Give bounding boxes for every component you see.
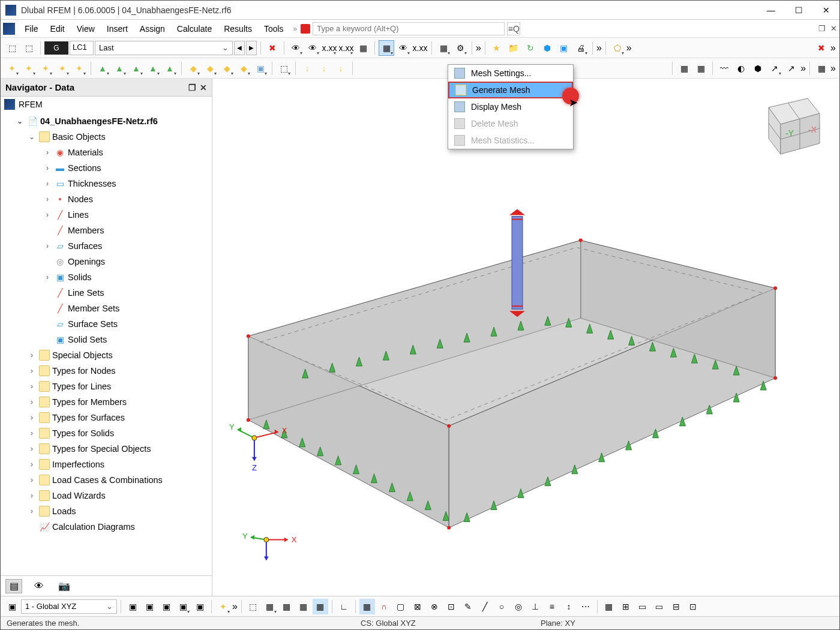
tb-open-icon[interactable]: ⬚ xyxy=(21,40,37,56)
bb-wiz-icon[interactable]: ✦ xyxy=(215,599,231,614)
tb2-overflow-icon[interactable]: » xyxy=(800,63,806,74)
flag-icon[interactable] xyxy=(301,24,310,34)
tree-member-sets[interactable]: ╱Member Sets xyxy=(1,301,212,316)
tb2-sel-icon[interactable]: ⬚ xyxy=(276,61,292,76)
tree-sections[interactable]: ›▬Sections xyxy=(1,160,212,176)
tb-overflow1-icon[interactable]: » xyxy=(476,43,481,53)
menu-mesh-settings[interactable]: Mesh Settings... xyxy=(448,65,573,82)
bb-snap9-icon[interactable]: ○ xyxy=(494,599,509,614)
bb-cs-icon[interactable]: ▣ xyxy=(4,599,20,614)
bb-view4-icon[interactable]: ▣ xyxy=(175,599,191,614)
tree-special-objects[interactable]: ›Special Objects xyxy=(1,347,212,363)
tb-view2-icon[interactable]: 👁 xyxy=(305,40,320,56)
tb2-member-icon[interactable]: ✦ xyxy=(38,61,53,76)
tree-imperfections[interactable]: ›Imperfections xyxy=(1,457,212,472)
tb2-support2-icon[interactable]: ▲ xyxy=(112,61,127,76)
tb-mesh-button[interactable]: ▦ xyxy=(379,40,394,56)
tb-overflow4-icon[interactable]: » xyxy=(830,43,836,53)
tb2-hinge4-icon[interactable]: ◆ xyxy=(236,61,251,76)
app-menu-icon[interactable] xyxy=(3,23,15,35)
menu-overflow-icon[interactable]: » xyxy=(293,25,298,33)
tree-calc-diagrams[interactable]: 📈Calculation Diagrams xyxy=(1,519,212,535)
menu-tools[interactable]: Tools xyxy=(258,22,290,36)
tb-overflow3-icon[interactable]: » xyxy=(626,43,632,53)
tree-nodes[interactable]: ›•Nodes xyxy=(1,191,212,207)
menu-file[interactable]: File xyxy=(19,22,44,36)
lc-prev-button[interactable]: ◀ xyxy=(234,41,245,55)
tb-new-icon[interactable]: ⬚ xyxy=(4,40,20,56)
tb-view3-icon[interactable]: 👁 xyxy=(395,40,411,56)
bb-grid2-icon[interactable]: ⊞ xyxy=(618,599,634,614)
tree-thicknesses[interactable]: ›▭Thicknesses xyxy=(1,176,212,191)
view-cube[interactable]: -Y -X xyxy=(751,89,829,161)
tb-dim3-icon[interactable]: x.xx xyxy=(412,40,428,56)
bb-snap1-icon[interactable]: ▦ xyxy=(359,599,375,614)
menu-insert[interactable]: Insert xyxy=(101,22,134,36)
tb2-support4-icon[interactable]: ▲ xyxy=(145,61,161,76)
navigator-close-icon[interactable]: ✕ xyxy=(200,83,207,92)
bb-snap13-icon[interactable]: ↕ xyxy=(561,599,577,614)
bb-s1-icon[interactable]: ⬚ xyxy=(245,599,261,614)
tb2-load1-icon[interactable]: ↓ xyxy=(299,61,315,76)
search-go-icon[interactable]: ≡Q xyxy=(507,22,520,35)
tb2-grid-icon[interactable]: ▦ xyxy=(814,61,829,76)
bb-s3-icon[interactable]: ▦ xyxy=(279,599,295,614)
tree-surface-sets[interactable]: ▱Surface Sets xyxy=(1,316,212,332)
bb-view2-icon[interactable]: ▣ xyxy=(142,599,157,614)
tb2-r2-icon[interactable]: ▦ xyxy=(693,61,709,76)
bb-grid5-icon[interactable]: ⊟ xyxy=(668,599,684,614)
navigator-tree[interactable]: ⌄ 📄 04_UnabhaengesFE-Netz.rf6 ⌄ Basic Ob… xyxy=(1,112,212,575)
tb2-support1-icon[interactable]: ▲ xyxy=(95,61,110,76)
bb-snap8-icon[interactable]: ╱ xyxy=(477,599,493,614)
navigator-root[interactable]: RFEM xyxy=(1,97,212,112)
nav-tab-display-icon[interactable]: 👁 xyxy=(31,579,47,593)
tb2-hinge1-icon[interactable]: ◆ xyxy=(185,61,201,76)
tb2-node-icon[interactable]: ✦ xyxy=(4,61,20,76)
tree-types-lines[interactable]: ›Types for Lines xyxy=(1,379,212,394)
model-canvas[interactable]: X Y Z X Y Z xyxy=(212,79,839,563)
bb-view1-icon[interactable]: ▣ xyxy=(125,599,140,614)
tree-loads[interactable]: ›Loads xyxy=(1,503,212,519)
menu-view[interactable]: View xyxy=(71,22,101,36)
tb2-support3-icon[interactable]: ▲ xyxy=(128,61,144,76)
tb2-r5-icon[interactable]: ⬢ xyxy=(750,61,766,76)
tb2-hinge5-icon[interactable]: ▣ xyxy=(253,61,268,76)
tb2-surface-icon[interactable]: ✦ xyxy=(55,61,70,76)
loadcase-field[interactable]: LC1 xyxy=(70,41,94,55)
menu-edit[interactable]: Edit xyxy=(44,22,71,36)
tree-loadwizards[interactable]: ›Load Wizards xyxy=(1,488,212,503)
tree-file[interactable]: ⌄ 📄 04_UnabhaengesFE-Netz.rf6 xyxy=(1,113,212,129)
tb2-support5-icon[interactable]: ▲ xyxy=(162,61,178,76)
tb2-r4-icon[interactable]: ◐ xyxy=(733,61,749,76)
tree-materials[interactable]: ›◉Materials xyxy=(1,145,212,160)
bb-snap10-icon[interactable]: ◎ xyxy=(511,599,526,614)
minimize-button[interactable]: — xyxy=(763,5,779,15)
bb-view5-icon[interactable]: ▣ xyxy=(192,599,208,614)
tb2-r3-icon[interactable]: 〰 xyxy=(716,61,732,76)
nav-tab-views-icon[interactable]: 📷 xyxy=(56,579,73,593)
tree-lines[interactable]: ›╱Lines xyxy=(1,207,212,223)
tb-delete-icon[interactable]: ✖ xyxy=(265,40,280,56)
tree-types-special[interactable]: ›Types for Special Objects xyxy=(1,441,212,457)
bb-snap3-icon[interactable]: ▢ xyxy=(393,599,409,614)
tb2-line-icon[interactable]: ✦ xyxy=(21,61,37,76)
tb-print-icon[interactable]: 🖨 xyxy=(573,40,589,56)
bb-grid1-icon[interactable]: ▦ xyxy=(601,599,617,614)
tb2-r1-icon[interactable]: ▦ xyxy=(676,61,692,76)
menu-calculate[interactable]: Calculate xyxy=(171,22,218,36)
tb-refresh-icon[interactable]: ↻ xyxy=(523,40,538,56)
menu-results[interactable]: Results xyxy=(218,22,258,36)
cs-select[interactable]: 1 - Global XYZ xyxy=(21,599,117,614)
tb2-overflow2-icon[interactable]: » xyxy=(830,63,836,74)
tb-close-x-icon[interactable]: ✖ xyxy=(814,40,829,56)
bb-snap12-icon[interactable]: ≡ xyxy=(544,599,560,614)
bb-overflow1-icon[interactable]: » xyxy=(232,601,238,612)
tree-types-surfaces[interactable]: ›Types for Surfaces xyxy=(1,410,212,425)
tree-openings[interactable]: ◎Openings xyxy=(1,254,212,269)
bb-grid6-icon[interactable]: ⊡ xyxy=(685,599,701,614)
tb-dim-icon[interactable]: x.xx xyxy=(322,40,337,56)
tb-star-icon[interactable]: ★ xyxy=(489,40,505,56)
bb-s5-icon[interactable]: ▦ xyxy=(313,599,328,614)
nav-tab-data-icon[interactable]: ▤ xyxy=(5,579,22,593)
bb-snap-magnet-icon[interactable]: ∩ xyxy=(376,599,392,614)
